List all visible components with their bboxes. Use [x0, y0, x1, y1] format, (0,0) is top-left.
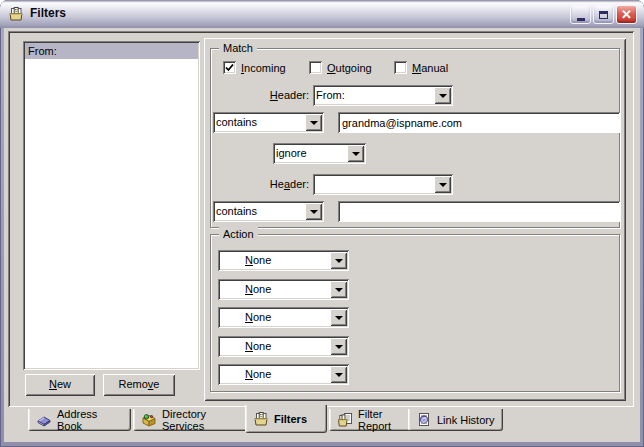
maximize-button[interactable] [593, 5, 614, 24]
tab-label: Filters [274, 413, 307, 425]
tab-label: Address Book [57, 408, 123, 432]
action-3-dropdown-button[interactable] [330, 309, 347, 326]
chevron-down-icon [335, 316, 343, 320]
action-1-dropdown-button[interactable] [330, 252, 347, 269]
outgoing-checkbox-box[interactable] [309, 61, 322, 74]
chevron-down-icon [310, 210, 318, 214]
address-book-icon [36, 412, 52, 428]
action-5-dropdown-button[interactable] [330, 366, 347, 383]
chevron-down-icon [335, 345, 343, 349]
tab-link-history[interactable]: @ Link History [408, 409, 503, 431]
dialog-body: From: New Remove Match Incoming Outgoing [4, 28, 640, 442]
match-value1-input[interactable] [338, 112, 620, 133]
match-group-legend: Match [219, 41, 257, 55]
match-group: Match Incoming Outgoing Manual Header: F… [210, 48, 620, 228]
header2-value [316, 177, 433, 192]
action-select-2[interactable]: None [218, 279, 349, 300]
minimize-icon [577, 18, 585, 21]
remove-button-label-pre: Remo [119, 378, 148, 390]
window-title: Filters [30, 0, 66, 28]
new-button[interactable]: New [25, 374, 95, 396]
close-button[interactable]: ✕ [616, 5, 637, 24]
combinator-value: ignore [276, 146, 346, 161]
incoming-checkbox-box[interactable] [223, 61, 236, 74]
match-op2-value: contains [216, 204, 304, 219]
chevron-down-icon [439, 94, 447, 98]
tab-label: Link History [437, 414, 494, 426]
action-3-value: None [221, 310, 329, 325]
outgoing-label: Outgoing [327, 62, 372, 74]
match-op2-dropdown-button[interactable] [305, 203, 322, 220]
new-button-label-post: ew [57, 378, 71, 390]
list-item-from[interactable]: From: [25, 43, 198, 59]
action-5-value: None [221, 367, 329, 382]
incoming-label: Incoming [241, 62, 286, 74]
tab-filters[interactable]: Filters [245, 405, 327, 433]
combinator-select[interactable]: ignore [273, 143, 366, 164]
tab-directory-services[interactable]: Directory Services [133, 409, 259, 431]
match-op1-select[interactable]: contains [213, 112, 324, 133]
header1-dropdown-button[interactable] [434, 87, 451, 104]
chevron-down-icon [439, 183, 447, 187]
remove-button-label-post: e [153, 378, 159, 390]
action-group-legend: Action [219, 227, 258, 241]
action-select-1[interactable]: None [218, 250, 349, 271]
check-icon [225, 63, 234, 72]
chevron-down-icon [335, 259, 343, 263]
header2-dropdown-button[interactable] [434, 176, 451, 193]
chevron-down-icon [310, 121, 318, 125]
action-4-dropdown-button[interactable] [330, 338, 347, 355]
action-2-value: None [221, 282, 329, 297]
match-op2-select[interactable]: contains [213, 201, 324, 222]
manual-label: Manual [412, 62, 448, 74]
svg-text:@: @ [421, 415, 428, 422]
filters-window: Filters ✕ From: New Remove Match Incomin… [0, 0, 644, 447]
combinator-dropdown-button[interactable] [347, 145, 364, 162]
filter-list-viewport: From: [25, 43, 198, 368]
action-2-dropdown-button[interactable] [330, 281, 347, 298]
tab-label: Directory Services [162, 408, 251, 432]
filters-icon [8, 6, 24, 22]
manual-checkbox-box[interactable] [394, 61, 407, 74]
chevron-down-icon [335, 288, 343, 292]
incoming-checkbox[interactable]: Incoming [223, 61, 286, 74]
remove-button[interactable]: Remove [103, 374, 175, 396]
header1-select[interactable]: From: [313, 85, 453, 106]
tab-address-book[interactable]: Address Book [28, 409, 131, 431]
action-select-3[interactable]: None [218, 307, 349, 328]
titlebar[interactable]: Filters ✕ [0, 0, 644, 28]
action-group: Action None None None None None [210, 234, 620, 392]
outgoing-checkbox[interactable]: Outgoing [309, 61, 372, 74]
link-history-icon: @ [416, 412, 432, 428]
action-select-5[interactable]: None [218, 364, 349, 385]
chevron-down-icon [352, 152, 360, 156]
header1-label: Header: [231, 85, 309, 106]
chevron-down-icon [335, 373, 343, 377]
close-icon: ✕ [621, 7, 632, 22]
match-value2-input[interactable] [338, 201, 620, 222]
action-1-value: None [221, 253, 329, 268]
new-button-label-key: N [49, 378, 57, 390]
header2-select[interactable] [313, 174, 453, 195]
directory-services-icon [141, 412, 157, 428]
action-select-4[interactable]: None [218, 336, 349, 357]
maximize-icon [599, 11, 608, 19]
filters-icon [253, 411, 269, 427]
minimize-button[interactable] [570, 5, 591, 24]
action-4-value: None [221, 339, 329, 354]
match-op1-dropdown-button[interactable] [305, 114, 322, 131]
filter-report-icon [337, 412, 353, 428]
match-op1-value: contains [216, 115, 304, 130]
manual-checkbox[interactable]: Manual [394, 61, 448, 74]
filter-list[interactable]: From: [23, 41, 200, 370]
header2-label: Header: [231, 174, 309, 195]
header1-value: From: [316, 88, 433, 103]
